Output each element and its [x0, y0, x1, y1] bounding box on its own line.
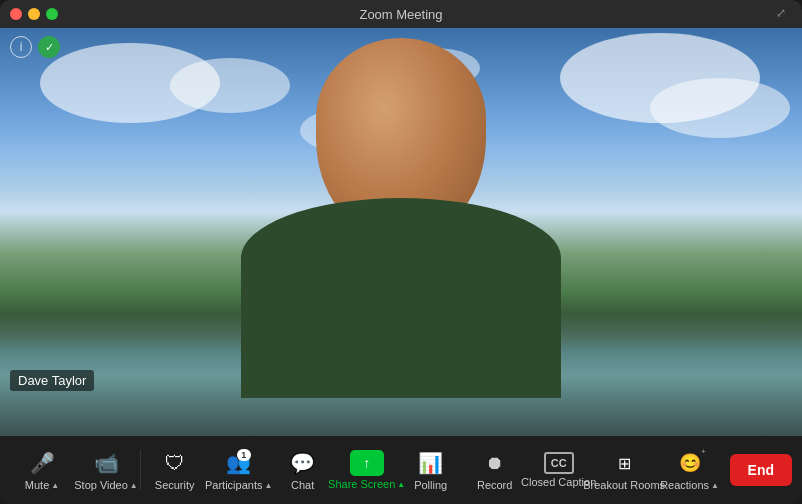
record-button[interactable]: ⏺ Record	[463, 440, 527, 500]
share-screen-button[interactable]: ↑ Share Screen▲	[335, 440, 399, 500]
breakout-rooms-label: Breakout Rooms	[583, 479, 665, 491]
security-button[interactable]: 🛡 Security	[143, 440, 207, 500]
closed-caption-button[interactable]: CC Closed Caption	[527, 440, 591, 500]
stop-video-icon: 📹	[92, 449, 120, 477]
mute-icon: 🎤	[28, 449, 56, 477]
stop-video-button[interactable]: 📹 Stop Video▲	[74, 440, 138, 500]
participants-badge: 1	[237, 449, 251, 461]
info-icon[interactable]: i	[10, 36, 32, 58]
closed-caption-icon: CC	[544, 452, 574, 474]
participant-video	[231, 58, 571, 398]
fullscreen-icon[interactable]: ⤢	[776, 6, 792, 22]
separator-1	[140, 450, 141, 490]
mute-button[interactable]: 🎤 Mute▲	[10, 440, 74, 500]
security-label: Security	[155, 479, 195, 491]
end-button[interactable]: End	[730, 454, 792, 486]
share-screen-label: Share Screen▲	[328, 478, 405, 490]
zoom-window: Zoom Meeting ⤢ i ✓	[0, 0, 802, 504]
stop-video-label: Stop Video▲	[74, 479, 138, 491]
shield-icon[interactable]: ✓	[38, 36, 60, 58]
record-icon: ⏺	[481, 449, 509, 477]
mute-label: Mute▲	[25, 479, 59, 491]
chat-icon: 💬	[289, 449, 317, 477]
title-bar: Zoom Meeting ⤢	[0, 0, 802, 28]
person-body	[241, 198, 561, 398]
video-area: i ✓ Dave Taylor	[0, 28, 802, 436]
breakout-rooms-button[interactable]: ⊞ Breakout Rooms	[591, 440, 658, 500]
reactions-icon: 😊 +	[676, 449, 704, 477]
traffic-lights	[10, 8, 58, 20]
minimize-button[interactable]	[28, 8, 40, 20]
participants-icon: 👥 1	[225, 449, 253, 477]
record-label: Record	[477, 479, 512, 491]
participant-name-label: Dave Taylor	[10, 370, 94, 391]
reactions-label: Reactions▲	[660, 479, 719, 491]
toolbar: 🎤 Mute▲ 📹 Stop Video▲ 🛡 Security 👥 1	[0, 436, 802, 504]
reactions-button[interactable]: 😊 + Reactions▲	[658, 440, 722, 500]
share-screen-icon: ↑	[350, 450, 384, 476]
participants-button[interactable]: 👥 1 Participants▲	[207, 440, 271, 500]
polling-button[interactable]: 📊 Polling	[399, 440, 463, 500]
top-overlay-icons: i ✓	[10, 36, 60, 58]
polling-icon: 📊	[417, 449, 445, 477]
participants-label: Participants▲	[205, 479, 272, 491]
chat-button[interactable]: 💬 Chat	[271, 440, 335, 500]
window-title: Zoom Meeting	[359, 7, 442, 22]
close-button[interactable]	[10, 8, 22, 20]
polling-label: Polling	[414, 479, 447, 491]
security-icon: 🛡	[161, 449, 189, 477]
chat-label: Chat	[291, 479, 314, 491]
breakout-rooms-icon: ⊞	[610, 449, 638, 477]
maximize-button[interactable]	[46, 8, 58, 20]
